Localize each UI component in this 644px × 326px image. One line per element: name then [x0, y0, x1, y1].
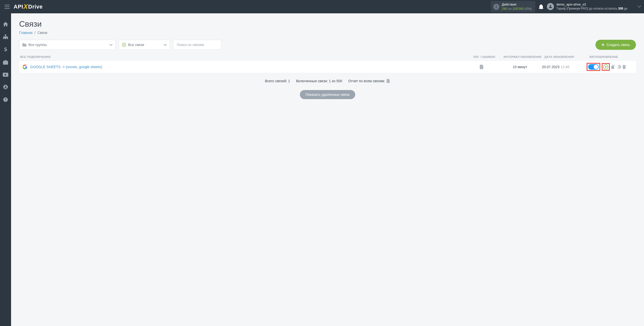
highlight-play [602, 63, 610, 71]
show-deleted-button[interactable]: Показать удаленные связи [300, 90, 355, 99]
summary-total: Всего связей: 1 [265, 79, 290, 83]
interval-value: 10 минут [498, 65, 542, 69]
username: demo_apix-drive_s3 [556, 3, 627, 7]
notifications-button[interactable] [539, 4, 543, 9]
create-connection-button[interactable]: Создать связь [595, 40, 636, 50]
sidebar-item-briefcase[interactable] [0, 59, 11, 66]
summary-enabled: Включенные связи: 1 из 500 [296, 79, 342, 83]
play-icon [605, 66, 607, 68]
connection-row: GOOGLE SHEETS -> (snovio, google sheets)… [19, 61, 636, 73]
actions-used: 280 [502, 7, 507, 11]
google-icon [23, 65, 27, 69]
sidebar-item-billing[interactable] [0, 46, 11, 53]
summary-report[interactable]: Отчет по всем связям: [348, 79, 390, 83]
actions-total: 100'000 [512, 7, 524, 11]
groups-select-label: Все группы [28, 43, 109, 47]
chevron-down-icon [109, 44, 112, 46]
run-now-button[interactable] [603, 64, 608, 69]
sidebar-item-user[interactable] [0, 84, 11, 90]
log-button[interactable] [465, 65, 498, 69]
actions-of: из [508, 7, 511, 11]
sidebar-item-help[interactable]: ? [0, 96, 11, 103]
svg-rect-2 [5, 38, 6, 39]
header-interval: ИНТЕРВАЛ ОБНОВЛЕНИЯ [501, 55, 544, 58]
breadcrumb-home[interactable]: Главная [19, 31, 32, 35]
briefcase-icon [3, 60, 8, 65]
tariff-info: Тариф |Премиум PRO| до оплаты осталось 3… [556, 7, 627, 11]
date-value: 20.07.2023 12:48 [542, 65, 587, 69]
breadcrumb-separator: / [34, 31, 35, 35]
connection-name-link[interactable]: GOOGLE SHEETS -> (snovio, google sheets) [30, 65, 102, 69]
sidebar-item-connections[interactable] [0, 33, 11, 40]
play-circle-icon [122, 43, 126, 47]
chevron-down-icon [164, 44, 167, 46]
create-button-label: Создать связь [607, 43, 630, 47]
settings-button[interactable] [617, 65, 621, 69]
breadcrumb-current: Связи [37, 31, 47, 35]
user-menu[interactable]: demo_apix-drive_s3 Тариф |Премиум PRO| д… [547, 3, 641, 11]
home-icon [3, 22, 8, 26]
delete-button[interactable] [622, 65, 626, 69]
table-header: ВСЕ ПОДКЛЮЧЕНИЯ ЛОГ / ОШИБКИ ИНТЕРВАЛ ОБ… [19, 55, 636, 61]
menu-toggle-button[interactable] [3, 3, 11, 10]
connections-filter-select[interactable]: Все связи [119, 40, 170, 50]
groups-select[interactable]: Все группы [19, 40, 116, 50]
sidebar-item-video[interactable] [0, 72, 11, 78]
gear-icon [617, 65, 621, 69]
copy-icon [611, 65, 615, 69]
breadcrumb: Главная / Связи [19, 31, 636, 35]
trash-icon [622, 65, 626, 69]
dollar-icon [4, 47, 7, 52]
logo-text-1: API [14, 4, 23, 10]
avatar-icon [547, 3, 554, 10]
plus-icon [601, 43, 605, 46]
header-all: ВСЕ ПОДКЛЮЧЕНИЯ [20, 55, 468, 58]
svg-rect-3 [7, 38, 8, 39]
logo-text-2: Drive [28, 4, 43, 10]
youtube-icon [3, 73, 8, 77]
highlight-toggle [587, 63, 600, 71]
chevron-down-icon [637, 6, 641, 8]
summary-bar: Всего связей: 1 Включенные связи: 1 из 5… [19, 79, 636, 83]
help-icon: ? [3, 97, 8, 102]
sitemap-icon [3, 34, 8, 39]
header-auto: АВТООБНОВЛЕНИЕ [589, 55, 635, 58]
logo-x-icon: X [23, 3, 28, 11]
auto-update-toggle[interactable] [588, 64, 599, 70]
bell-icon [539, 4, 543, 9]
user-icon [3, 85, 8, 89]
document-icon [480, 65, 484, 69]
header-date: ДАТА ОБНОВЛЕНИЯ [544, 55, 589, 58]
folder-icon [22, 43, 26, 47]
actions-label: Действия: [502, 3, 532, 7]
connections-filter-label: Все связи [128, 43, 164, 47]
actions-counter[interactable]: i Действия: 280 из 100'000 (0%) [491, 1, 535, 13]
svg-rect-0 [5, 34, 6, 36]
sidebar-item-home[interactable] [0, 21, 11, 27]
logo: API X Drive [14, 3, 43, 11]
svg-text:?: ? [5, 98, 6, 101]
document-icon [387, 79, 390, 83]
info-icon: i [493, 4, 499, 10]
hamburger-icon [5, 5, 10, 9]
page-title: Связи [19, 19, 636, 29]
sidebar: ? [0, 13, 11, 326]
svg-rect-1 [3, 38, 4, 39]
copy-button[interactable] [611, 65, 615, 69]
actions-pct: (0%) [525, 7, 532, 11]
header-log: ЛОГ / ОШИБКИ [468, 55, 501, 58]
search-input[interactable] [173, 40, 221, 50]
